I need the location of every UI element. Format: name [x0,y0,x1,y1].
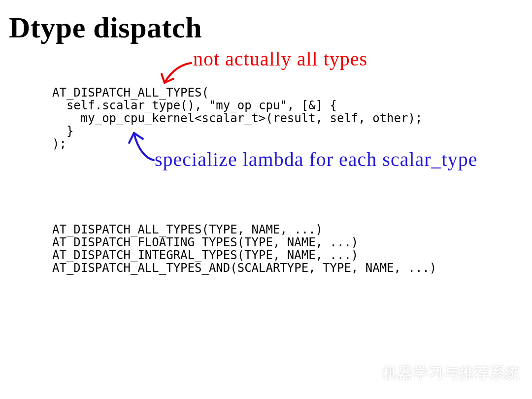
watermark-text: 机器学习与推荐系统 [383,363,520,383]
code-block-macro-list: AT_DISPATCH_ALL_TYPES(TYPE, NAME, ...) A… [52,224,436,275]
wechat-icon [359,365,379,382]
annotation-blue: specialize lambda for each scalar_type [155,148,477,171]
page-title: Dtype dispatch [9,11,202,45]
code-block-example: AT_DISPATCH_ALL_TYPES( self.scalar_type(… [52,87,422,151]
annotation-red: not actually all types [193,47,367,70]
slide: Dtype dispatch not actually all types AT… [0,0,532,399]
arrow-red-icon [162,63,191,83]
watermark: 机器学习与推荐系统 [359,363,520,383]
